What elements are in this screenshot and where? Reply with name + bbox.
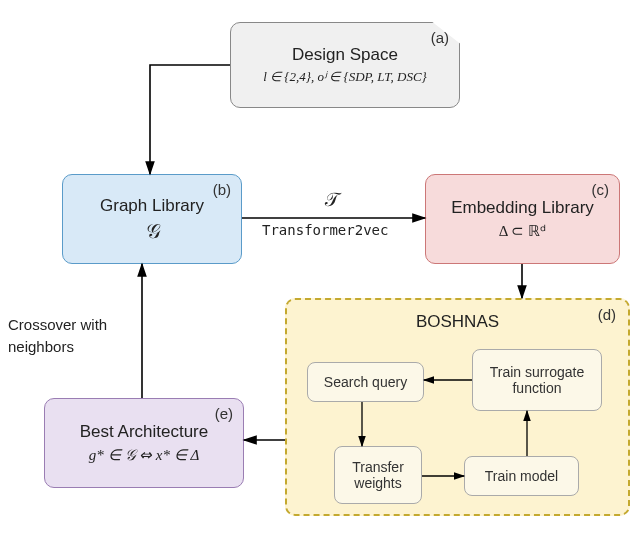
inner-label: Train model (485, 468, 558, 484)
node-math: l ∈ {2,4}, oʲ ∈ {SDP, LT, DSC} (263, 69, 427, 85)
inner-label: Transfer weights (339, 459, 417, 491)
edge-label-t: 𝒯 (324, 189, 336, 211)
node-math: 𝒢 (145, 220, 159, 243)
node-tag: (b) (213, 181, 231, 198)
node-title: Graph Library (100, 196, 204, 216)
design-space-node: (a) Design Space l ∈ {2,4}, oʲ ∈ {SDP, L… (230, 22, 460, 108)
node-tag: (a) (431, 29, 449, 46)
node-title: BOSHNAS (287, 312, 628, 332)
search-query-node: Search query (307, 362, 424, 402)
train-surrogate-node: Train surrogate function (472, 349, 602, 411)
node-title: Embedding Library (451, 198, 594, 218)
node-math: g* ∈ 𝒢 ⇔ x* ∈ Δ (89, 446, 199, 464)
embedding-library-node: (c) Embedding Library Δ ⊂ ℝᵈ (425, 174, 620, 264)
arrow-a-to-b (150, 65, 230, 174)
node-math: Δ ⊂ ℝᵈ (499, 222, 546, 240)
graph-library-node: (b) Graph Library 𝒢 (62, 174, 242, 264)
node-tag: (c) (592, 181, 610, 198)
node-tag: (e) (215, 405, 233, 422)
edge-label-crossover-2: neighbors (8, 338, 74, 355)
edge-label-transformer2vec: Transformer2vec (262, 222, 388, 238)
inner-label: Search query (324, 374, 407, 390)
node-title: Best Architecture (80, 422, 209, 442)
edge-label-crossover-1: Crossover with (8, 316, 107, 333)
node-title: Design Space (292, 45, 398, 65)
transfer-weights-node: Transfer weights (334, 446, 422, 504)
best-architecture-node: (e) Best Architecture g* ∈ 𝒢 ⇔ x* ∈ Δ (44, 398, 244, 488)
inner-label: Train surrogate function (477, 364, 597, 396)
train-model-node: Train model (464, 456, 579, 496)
